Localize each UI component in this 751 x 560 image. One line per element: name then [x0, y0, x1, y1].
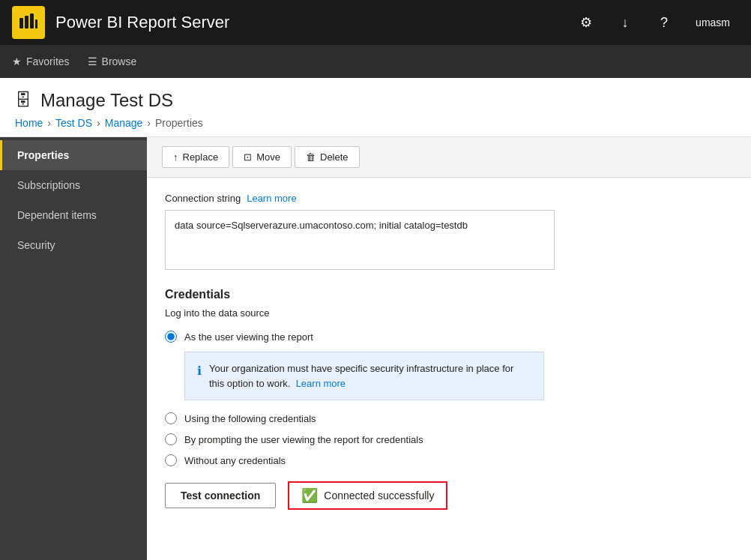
replace-icon: ↑ — [173, 151, 178, 163]
delete-label: Delete — [320, 151, 349, 163]
datasource-icon: 🗄 — [15, 91, 31, 110]
svg-rect-0 — [19, 18, 23, 28]
download-button[interactable]: ↓ — [609, 6, 642, 39]
radio-no-credentials-input[interactable] — [165, 454, 177, 466]
radio-using-following-input[interactable] — [165, 412, 177, 424]
sidebar-item-properties[interactable]: Properties — [0, 140, 147, 170]
move-button[interactable]: ⊡ Move — [232, 146, 292, 168]
info-box: ℹ Your organization must have specific s… — [184, 352, 544, 400]
radio-no-credentials[interactable]: Without any credentials — [165, 454, 733, 466]
browse-label: Browse — [102, 55, 137, 67]
favorites-label: Favorites — [26, 55, 70, 67]
breadcrumb-sep-3: › — [147, 117, 151, 129]
success-text: Connected successfully — [324, 490, 434, 502]
sidebar-item-subscriptions[interactable]: Subscriptions — [0, 170, 147, 200]
radio-prompting-input[interactable] — [165, 433, 177, 445]
sidebar-security-label: Security — [17, 239, 55, 251]
replace-label: Replace — [183, 151, 219, 163]
connection-string-learn-more[interactable]: Learn more — [247, 193, 296, 204]
page-title: Manage Test DS — [40, 90, 173, 111]
top-bar: Power BI Report Server ⚙ ↓ ? umasm — [0, 0, 751, 45]
favorites-nav[interactable]: ★ Favorites — [12, 55, 70, 67]
help-button[interactable]: ? — [648, 6, 681, 39]
radio-using-following[interactable]: Using the following credentials — [165, 412, 733, 424]
toolbar: ↑ Replace ⊡ Move 🗑 Delete — [147, 137, 751, 178]
replace-button[interactable]: ↑ Replace — [162, 146, 229, 168]
info-icon: ℹ — [197, 362, 202, 391]
user-menu[interactable]: umasm — [687, 16, 739, 28]
radio-user-viewing-input[interactable] — [165, 331, 177, 343]
move-icon: ⊡ — [244, 151, 252, 163]
move-label: Move — [256, 151, 280, 163]
app-title: Power BI Report Server — [55, 13, 570, 32]
second-bar: ★ Favorites ☰ Browse — [0, 45, 751, 78]
info-learn-more[interactable]: Learn more — [296, 378, 346, 389]
radio-prompting-label: By prompting the user viewing the report… — [184, 434, 423, 445]
main-layout: Properties Subscriptions Dependent items… — [0, 137, 751, 560]
svg-rect-3 — [35, 19, 37, 28]
radio-prompting[interactable]: By prompting the user viewing the report… — [165, 433, 733, 445]
breadcrumb-sep-2: › — [97, 117, 100, 129]
breadcrumb-manage[interactable]: Manage — [105, 117, 143, 129]
page-title-row: 🗄 Manage Test DS — [15, 90, 736, 111]
radio-user-viewing[interactable]: As the user viewing the report — [165, 331, 733, 343]
star-icon: ★ — [12, 55, 22, 67]
page-header: 🗄 Manage Test DS Home › Test DS › Manage… — [0, 78, 751, 137]
sidebar-item-security[interactable]: Security — [0, 230, 147, 260]
sidebar-dependent-label: Dependent items — [17, 209, 97, 221]
sidebar-subscriptions-label: Subscriptions — [17, 179, 80, 191]
sidebar-properties-label: Properties — [17, 149, 69, 161]
credentials-title: Credentials — [165, 288, 733, 301]
browse-icon: ☰ — [88, 55, 97, 67]
svg-rect-2 — [30, 13, 34, 28]
info-box-text: Your organization must have specific sec… — [209, 361, 531, 391]
breadcrumb-testds[interactable]: Test DS — [55, 117, 92, 129]
connection-string-label: Connection string Learn more — [165, 193, 733, 204]
breadcrumb-current: Properties — [155, 117, 203, 129]
success-badge: ✅ Connected successfully — [288, 481, 447, 510]
svg-rect-1 — [25, 16, 28, 28]
delete-icon: 🗑 — [306, 151, 316, 163]
test-connection-button[interactable]: Test connection — [165, 483, 276, 508]
breadcrumb-sep-1: › — [47, 117, 51, 129]
radio-no-credentials-label: Without any credentials — [184, 455, 286, 466]
app-logo — [12, 6, 45, 39]
radio-using-following-label: Using the following credentials — [184, 413, 316, 424]
connection-string-input[interactable] — [165, 210, 555, 270]
settings-button[interactable]: ⚙ — [570, 6, 603, 39]
browse-nav[interactable]: ☰ Browse — [88, 55, 137, 67]
breadcrumb: Home › Test DS › Manage › Properties — [15, 117, 736, 129]
breadcrumb-home[interactable]: Home — [15, 117, 43, 129]
top-bar-actions: ⚙ ↓ ? umasm — [570, 6, 739, 39]
sidebar-item-dependent-items[interactable]: Dependent items — [0, 200, 147, 230]
success-icon: ✅ — [301, 487, 318, 504]
credentials-subtitle: Log into the data source — [165, 307, 733, 319]
test-connection-area: Test connection ✅ Connected successfully — [165, 481, 733, 510]
content-area: ↑ Replace ⊡ Move 🗑 Delete Connection str… — [147, 137, 751, 560]
delete-button[interactable]: 🗑 Delete — [295, 146, 360, 168]
radio-user-viewing-label: As the user viewing the report — [184, 331, 313, 343]
sidebar: Properties Subscriptions Dependent items… — [0, 137, 147, 560]
inner-content: Connection string Learn more Credentials… — [147, 178, 751, 560]
